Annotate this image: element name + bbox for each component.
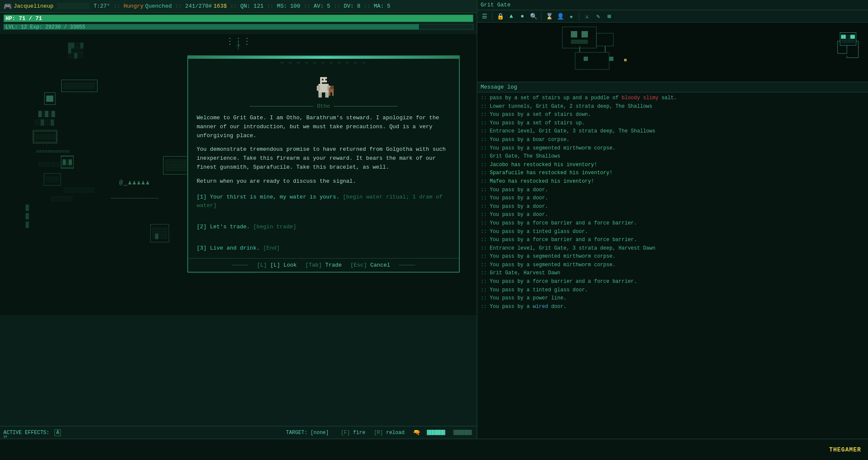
msg-12: :: You pass by a door. <box>481 194 865 202</box>
svg-rect-8 <box>322 82 327 84</box>
thegamer-logo: THEGAMER <box>829 446 861 453</box>
alert-icon[interactable]: ▲ <box>507 12 516 21</box>
hp-text: HP: 71 / 71 <box>6 15 42 23</box>
msg-17: :: You pass by a force barrier and a for… <box>481 236 865 244</box>
ms-display: MS: 100 <box>277 3 301 9</box>
fire-command[interactable]: [F] fire <box>341 430 366 436</box>
msg-15: :: You pass by a force barrier and a for… <box>481 219 865 227</box>
lock-icon[interactable]: 🔒 <box>496 12 505 21</box>
svg-rect-16 <box>571 40 588 44</box>
status-quenched: Quenched <box>145 3 172 9</box>
msg-24: :: You pass by a power line. <box>481 294 865 302</box>
dialogue-sep-left: ───── <box>232 262 248 268</box>
dialogue-deco-top: ─ ─ ─ ─ ─ ─ ─ ─ ─ ─ ─ <box>188 59 459 67</box>
svg-rect-21 <box>584 57 588 61</box>
hp-bar-fill <box>4 15 473 22</box>
msg-20: :: You pass by a segmented mirthworm cor… <box>481 261 865 269</box>
dialogue-body: Welcome to Grit Gate. I am Otho, Barathr… <box>188 114 459 280</box>
msg-6: :: You pass by a segmented mirthworm cor… <box>481 144 865 152</box>
reload-command[interactable]: [R] reload <box>374 430 404 436</box>
dv-display: DV: 8 <box>344 3 360 9</box>
svg-rect-12 <box>332 92 334 96</box>
message-log-header: Message log <box>477 82 868 92</box>
abilities-bar: ABILITIES Sprint off <1> Make Camp <2> <box>0 439 868 460</box>
dialogue-option-2[interactable]: [2] Let's trade. [begin trade] <box>197 221 450 233</box>
msg-5: :: You pass by a boar corpse. <box>481 136 865 144</box>
svg-rect-22 <box>609 57 613 61</box>
svg-rect-10 <box>330 86 334 89</box>
trade-key[interactable]: [Tab] Trade <box>305 262 342 268</box>
star-icon[interactable]: ★ <box>567 12 576 21</box>
record-icon[interactable]: ● <box>518 12 527 21</box>
svg-rect-17 <box>596 33 613 46</box>
exp-bar: LVL: 12 Exp: 29230 / 33055 <box>3 24 473 30</box>
right-panel: Grit Gate ☰ 🔒 ▲ ● 🔍 ⌛ 👤 ★ ⚔ ✎ ⊞ ┌──────┐… <box>477 0 868 460</box>
message-log[interactable]: :: pass by a set of stairs up and a pudd… <box>477 92 868 382</box>
msg-19: :: You pass by a segmented mirthworm cor… <box>481 253 865 261</box>
gold-display: 163$ <box>214 3 227 9</box>
minimap-svg <box>477 23 868 82</box>
dialogue-paragraph1: Welcome to Grit Gate. I am Otho, Barathr… <box>197 114 450 140</box>
msg-11: :: You pass by a door. <box>481 186 865 194</box>
msg-21: :: Grit Gate, Harvest Dawn <box>481 269 865 277</box>
search-icon[interactable]: 🔍 <box>529 12 538 21</box>
npc-name-section: Otho <box>188 103 459 109</box>
menu-icon[interactable]: ☰ <box>480 12 489 21</box>
ma-display: MA: 5 <box>374 3 390 9</box>
fire-reload-bar: ACTIVE EFFECTS: A TARGET: [none] [F] fir… <box>0 426 477 439</box>
svg-rect-23 <box>624 59 627 61</box>
dialogue-paragraph3: Return when you are ready to discuss the… <box>197 177 450 186</box>
svg-rect-15 <box>582 31 588 37</box>
toolbar-sep2 <box>541 12 541 20</box>
svg-rect-6 <box>322 79 324 80</box>
svg-rect-7 <box>325 79 327 80</box>
msg-18: :: Entrance level, Grit Gate, 3 strata d… <box>481 244 865 253</box>
grid-icon[interactable]: ⊞ <box>604 12 614 21</box>
cancel-key[interactable]: [Esc] Cancel <box>350 262 390 268</box>
minimap-header: Grit Gate <box>477 0 868 10</box>
dialogue-option-3[interactable]: [3] Live and drink. [End] <box>197 242 450 255</box>
av-display: AV: 5 <box>314 3 330 9</box>
msg-3: :: You pass by a set of stairs up. <box>481 119 865 127</box>
character-name: Jacquelineup <box>14 3 54 9</box>
npc-portrait <box>188 67 459 103</box>
qn-display: QN: 121 <box>240 3 264 9</box>
character-icon: 🎮 <box>3 2 12 11</box>
svg-rect-14 <box>571 31 577 37</box>
dialogue-window[interactable]: ─ ─ ─ ─ ─ ─ ─ ─ ─ ─ ─ <box>187 55 460 273</box>
turn-counter: T:27° <box>94 3 110 9</box>
active-effects-label: ACTIVE EFFECTS: <box>3 430 49 436</box>
dialogue-paragraph2: You demonstrate tremendous promise to ha… <box>197 145 450 172</box>
msg-0: :: pass by a set of stairs up and a pudd… <box>481 94 865 102</box>
svg-rect-4 <box>318 92 322 98</box>
svg-rect-5 <box>325 92 329 98</box>
exp-text: LVL: 12 Exp: 29230 / 33055 <box>6 24 85 30</box>
msg-23: :: You pass by a tinted glass door. <box>481 286 865 294</box>
svg-rect-20 <box>575 52 609 69</box>
minimap: ┌──────┐ │██░░██│ ┌┤░░░░░░├┐ │└──┬───┘│ … <box>477 23 868 82</box>
toolbar-sep3 <box>579 12 579 20</box>
timer-icon[interactable]: ⌛ <box>544 12 554 21</box>
look-key[interactable]: [L] [L] Look <box>257 262 297 268</box>
edit-icon[interactable]: ✎ <box>593 12 603 21</box>
toolbar: ☰ 🔒 ▲ ● 🔍 ⌛ 👤 ★ ⚔ ✎ ⊞ <box>477 10 868 23</box>
dialogue-option-1[interactable]: [1] Your thirst is mine, my water is you… <box>197 191 450 213</box>
sword-icon[interactable]: ⚔ <box>582 12 592 21</box>
status-bars: HP: 71 / 71 LVL: 12 Exp: 29230 / 33055 <box>0 13 477 34</box>
target-display: TARGET: [none] <box>286 430 329 436</box>
svg-rect-13 <box>562 27 596 48</box>
msg-25: :: You pass by a wired door. <box>481 303 865 311</box>
msg-13: :: You pass by a door. <box>481 203 865 211</box>
toolbar-sep1 <box>492 12 493 20</box>
status-hungry: Hungry <box>123 3 143 9</box>
msg-1: :: Lower tunnels, Grit Gate, 2 strata de… <box>481 103 865 111</box>
npc-sprite <box>310 74 337 101</box>
hp-bar: HP: 71 / 71 <box>3 14 473 22</box>
person-icon[interactable]: 👤 <box>556 12 565 21</box>
minimap-title: Grit Gate <box>481 2 510 8</box>
weapon-icon: 🔫 <box>413 429 420 436</box>
effect-a-badge: A <box>54 429 61 436</box>
dialogue-sep-right: ───── <box>399 262 415 268</box>
msg-8: :: Jacobo has restocked his inventory! <box>481 161 865 169</box>
dialogue-footer: ───── [L] [L] Look [Tab] Trade [Esc] Can… <box>188 258 459 272</box>
